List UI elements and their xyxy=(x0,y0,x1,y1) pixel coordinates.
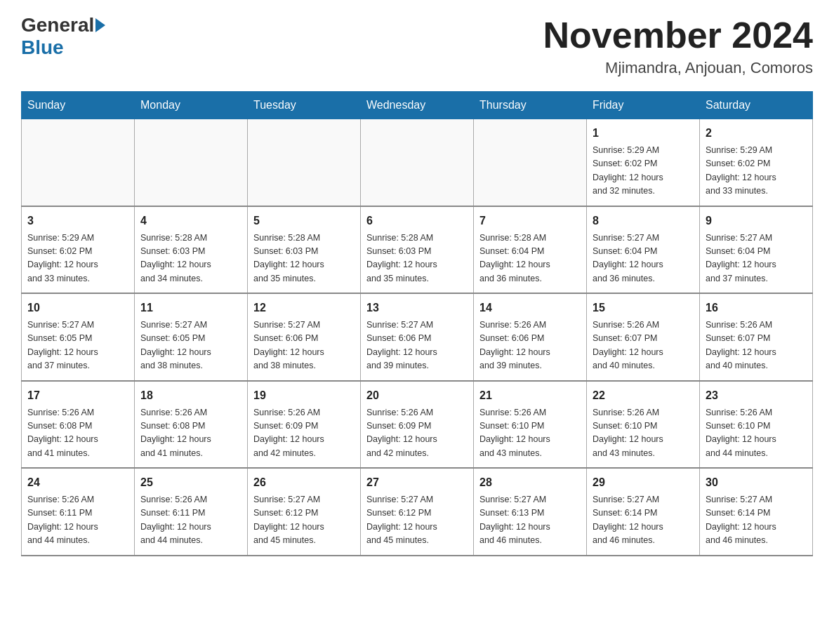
calendar-header-wednesday: Wednesday xyxy=(361,92,474,119)
calendar-cell: 15Sunrise: 5:26 AMSunset: 6:07 PMDayligh… xyxy=(587,293,700,381)
calendar-header-tuesday: Tuesday xyxy=(248,92,361,119)
calendar-cell: 18Sunrise: 5:26 AMSunset: 6:08 PMDayligh… xyxy=(135,381,248,469)
calendar-header-sunday: Sunday xyxy=(22,92,135,119)
calendar-header-friday: Friday xyxy=(587,92,700,119)
day-number: 30 xyxy=(706,474,807,491)
day-info: Sunrise: 5:26 AMSunset: 6:07 PMDaylight:… xyxy=(706,318,807,373)
calendar-cell: 27Sunrise: 5:27 AMSunset: 6:12 PMDayligh… xyxy=(361,468,474,556)
calendar-cell: 3Sunrise: 5:29 AMSunset: 6:02 PMDaylight… xyxy=(22,206,135,294)
day-info: Sunrise: 5:27 AMSunset: 6:04 PMDaylight:… xyxy=(593,232,694,286)
day-number: 16 xyxy=(706,300,807,316)
day-info: Sunrise: 5:26 AMSunset: 6:11 PMDaylight:… xyxy=(27,493,128,548)
day-info: Sunrise: 5:28 AMSunset: 6:03 PMDaylight:… xyxy=(140,232,241,286)
day-info: Sunrise: 5:27 AMSunset: 6:04 PMDaylight:… xyxy=(706,232,807,286)
calendar-cell xyxy=(248,119,361,206)
calendar-cell: 7Sunrise: 5:28 AMSunset: 6:04 PMDaylight… xyxy=(474,206,587,294)
logo-blue-text: Blue xyxy=(21,36,64,59)
calendar-cell: 25Sunrise: 5:26 AMSunset: 6:11 PMDayligh… xyxy=(135,468,248,556)
calendar-header-saturday: Saturday xyxy=(700,92,813,119)
day-info: Sunrise: 5:29 AMSunset: 6:02 PMDaylight:… xyxy=(593,144,694,199)
day-info: Sunrise: 5:26 AMSunset: 6:10 PMDaylight:… xyxy=(593,406,694,461)
day-number: 4 xyxy=(140,213,241,229)
day-info: Sunrise: 5:26 AMSunset: 6:11 PMDaylight:… xyxy=(140,493,241,548)
logo-arrow-icon xyxy=(95,18,105,32)
day-number: 1 xyxy=(593,125,694,142)
day-info: Sunrise: 5:27 AMSunset: 6:06 PMDaylight:… xyxy=(366,318,468,373)
day-info: Sunrise: 5:26 AMSunset: 6:08 PMDaylight:… xyxy=(27,406,128,461)
calendar-cell: 14Sunrise: 5:26 AMSunset: 6:06 PMDayligh… xyxy=(474,293,587,381)
day-info: Sunrise: 5:27 AMSunset: 6:14 PMDaylight:… xyxy=(706,493,807,548)
day-info: Sunrise: 5:27 AMSunset: 6:12 PMDaylight:… xyxy=(366,493,468,548)
day-info: Sunrise: 5:28 AMSunset: 6:03 PMDaylight:… xyxy=(253,232,355,286)
day-info: Sunrise: 5:26 AMSunset: 6:10 PMDaylight:… xyxy=(706,406,807,461)
day-number: 23 xyxy=(706,387,807,404)
calendar-cell: 12Sunrise: 5:27 AMSunset: 6:06 PMDayligh… xyxy=(248,293,361,381)
calendar-cell: 13Sunrise: 5:27 AMSunset: 6:06 PMDayligh… xyxy=(361,293,474,381)
calendar-cell: 9Sunrise: 5:27 AMSunset: 6:04 PMDaylight… xyxy=(700,206,813,294)
day-number: 6 xyxy=(366,213,468,229)
day-number: 28 xyxy=(479,474,581,491)
day-info: Sunrise: 5:27 AMSunset: 6:06 PMDaylight:… xyxy=(253,318,355,373)
page-header: General Blue November 2024 Mjimandra, An… xyxy=(21,14,813,77)
calendar-week-3: 10Sunrise: 5:27 AMSunset: 6:05 PMDayligh… xyxy=(22,293,813,381)
day-number: 3 xyxy=(27,213,128,229)
calendar-cell: 24Sunrise: 5:26 AMSunset: 6:11 PMDayligh… xyxy=(22,468,135,556)
logo-general-text: General xyxy=(21,14,94,36)
calendar-week-1: 1Sunrise: 5:29 AMSunset: 6:02 PMDaylight… xyxy=(22,119,813,206)
calendar-week-2: 3Sunrise: 5:29 AMSunset: 6:02 PMDaylight… xyxy=(22,206,813,294)
calendar-cell xyxy=(361,119,474,206)
day-number: 13 xyxy=(366,300,468,316)
calendar-cell: 11Sunrise: 5:27 AMSunset: 6:05 PMDayligh… xyxy=(135,293,248,381)
calendar-header-thursday: Thursday xyxy=(474,92,587,119)
day-info: Sunrise: 5:27 AMSunset: 6:14 PMDaylight:… xyxy=(593,493,694,548)
calendar-cell: 22Sunrise: 5:26 AMSunset: 6:10 PMDayligh… xyxy=(587,381,700,469)
calendar-cell: 21Sunrise: 5:26 AMSunset: 6:10 PMDayligh… xyxy=(474,381,587,469)
day-info: Sunrise: 5:28 AMSunset: 6:03 PMDaylight:… xyxy=(366,232,468,286)
calendar-cell: 17Sunrise: 5:26 AMSunset: 6:08 PMDayligh… xyxy=(22,381,135,469)
day-number: 24 xyxy=(27,474,128,491)
location-title: Mjimandra, Anjouan, Comoros xyxy=(543,59,813,77)
calendar-cell xyxy=(474,119,587,206)
calendar-cell xyxy=(135,119,248,206)
day-info: Sunrise: 5:27 AMSunset: 6:05 PMDaylight:… xyxy=(140,318,241,373)
day-number: 14 xyxy=(479,300,581,316)
calendar-cell: 4Sunrise: 5:28 AMSunset: 6:03 PMDaylight… xyxy=(135,206,248,294)
day-number: 21 xyxy=(479,387,581,404)
day-number: 27 xyxy=(366,474,468,491)
day-info: Sunrise: 5:29 AMSunset: 6:02 PMDaylight:… xyxy=(27,232,128,286)
day-info: Sunrise: 5:28 AMSunset: 6:04 PMDaylight:… xyxy=(479,232,581,286)
day-number: 10 xyxy=(27,300,128,316)
day-number: 7 xyxy=(479,213,581,229)
calendar-cell: 26Sunrise: 5:27 AMSunset: 6:12 PMDayligh… xyxy=(248,468,361,556)
day-number: 9 xyxy=(706,213,807,229)
calendar-cell: 6Sunrise: 5:28 AMSunset: 6:03 PMDaylight… xyxy=(361,206,474,294)
day-info: Sunrise: 5:26 AMSunset: 6:09 PMDaylight:… xyxy=(253,406,355,461)
day-info: Sunrise: 5:26 AMSunset: 6:10 PMDaylight:… xyxy=(479,406,581,461)
calendar-header-row: SundayMondayTuesdayWednesdayThursdayFrid… xyxy=(22,92,813,119)
day-info: Sunrise: 5:26 AMSunset: 6:09 PMDaylight:… xyxy=(366,406,468,461)
day-number: 22 xyxy=(593,387,694,404)
logo: General Blue xyxy=(21,14,107,59)
day-info: Sunrise: 5:26 AMSunset: 6:07 PMDaylight:… xyxy=(593,318,694,373)
day-number: 19 xyxy=(253,387,355,404)
calendar-cell: 1Sunrise: 5:29 AMSunset: 6:02 PMDaylight… xyxy=(587,119,700,206)
calendar-cell: 23Sunrise: 5:26 AMSunset: 6:10 PMDayligh… xyxy=(700,381,813,469)
calendar-cell: 20Sunrise: 5:26 AMSunset: 6:09 PMDayligh… xyxy=(361,381,474,469)
day-info: Sunrise: 5:26 AMSunset: 6:06 PMDaylight:… xyxy=(479,318,581,373)
day-number: 26 xyxy=(253,474,355,491)
day-number: 18 xyxy=(140,387,241,404)
calendar-header-monday: Monday xyxy=(135,92,248,119)
calendar-cell: 5Sunrise: 5:28 AMSunset: 6:03 PMDaylight… xyxy=(248,206,361,294)
day-number: 12 xyxy=(253,300,355,316)
calendar-week-5: 24Sunrise: 5:26 AMSunset: 6:11 PMDayligh… xyxy=(22,468,813,556)
calendar-cell: 10Sunrise: 5:27 AMSunset: 6:05 PMDayligh… xyxy=(22,293,135,381)
day-number: 15 xyxy=(593,300,694,316)
calendar-cell: 8Sunrise: 5:27 AMSunset: 6:04 PMDaylight… xyxy=(587,206,700,294)
day-info: Sunrise: 5:29 AMSunset: 6:02 PMDaylight:… xyxy=(706,144,807,199)
day-info: Sunrise: 5:27 AMSunset: 6:13 PMDaylight:… xyxy=(479,493,581,548)
calendar-cell: 16Sunrise: 5:26 AMSunset: 6:07 PMDayligh… xyxy=(700,293,813,381)
day-number: 11 xyxy=(140,300,241,316)
calendar-table: SundayMondayTuesdayWednesdayThursdayFrid… xyxy=(21,91,813,556)
calendar-cell: 29Sunrise: 5:27 AMSunset: 6:14 PMDayligh… xyxy=(587,468,700,556)
day-number: 29 xyxy=(593,474,694,491)
